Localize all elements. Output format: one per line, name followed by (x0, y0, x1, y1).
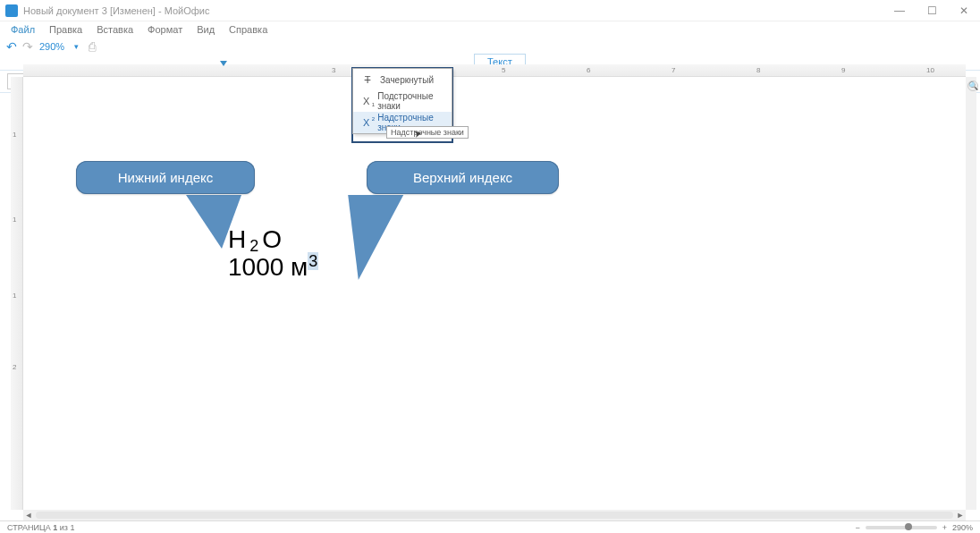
dropdown-subscript[interactable]: X1 Подстрочные знаки (353, 90, 452, 112)
undo-icon[interactable]: ↶ (4, 38, 20, 55)
menu-format[interactable]: Формат (140, 23, 190, 36)
status-page-sep: из (60, 523, 68, 532)
zoom-out-icon[interactable]: − (855, 523, 859, 532)
status-page-label: СТРАНИЦА (7, 523, 51, 532)
close-button[interactable]: ✕ (948, 0, 980, 21)
vertical-scrollbar[interactable] (966, 77, 976, 510)
status-bar: СТРАНИЦА 1 из 1 − + 290% (0, 520, 980, 533)
vertical-ruler[interactable]: 1 1 1 2 (11, 77, 23, 510)
scroll-right-icon[interactable]: ► (955, 511, 966, 520)
zoom-dropdown-icon[interactable]: ▾ (68, 38, 84, 55)
document-viewport[interactable] (23, 77, 966, 510)
scroll-track[interactable] (36, 512, 953, 519)
horizontal-scrollbar[interactable]: ◄ ► (23, 510, 966, 520)
status-page-total: 1 (70, 523, 74, 532)
zoom-slider[interactable] (866, 526, 937, 529)
status-page-num: 1 (53, 523, 57, 532)
scroll-left-icon[interactable]: ◄ (23, 511, 34, 520)
title-bar: Новый документ 3 [Изменен] - МойОфис — ☐… (0, 0, 980, 21)
minimize-button[interactable]: — (883, 0, 916, 21)
status-zoom-value[interactable]: 290% (952, 523, 973, 532)
strikethrough-icon: T (360, 74, 375, 85)
more-format-dropdown: T Зачеркнутый X1 Подстрочные знаки X2 На… (352, 68, 452, 134)
window-title: Новый документ 3 [Изменен] - МойОфис (23, 5, 883, 16)
app-logo-icon (5, 4, 18, 17)
menu-edit[interactable]: Правка (42, 23, 89, 36)
menu-insert[interactable]: Вставка (89, 23, 140, 36)
quick-zoom-value[interactable]: 290% (39, 41, 64, 52)
indent-marker-icon[interactable] (220, 61, 227, 66)
document-line-2[interactable]: 1000 м3 (228, 252, 318, 282)
tooltip: Надстрочные знаки (386, 126, 469, 139)
callout-lower-index: Нижний индекс (76, 161, 255, 194)
subscript-icon: X1 (360, 96, 372, 106)
page (23, 77, 966, 510)
redo-icon[interactable]: ↷ (20, 38, 36, 55)
horizontal-ruler[interactable]: 3 4 5 6 7 8 9 10 (23, 64, 966, 77)
dropdown-strikethrough[interactable]: T Зачеркнутый (353, 69, 452, 90)
nav-pane-toggle-icon[interactable]: 🔍 (967, 80, 978, 91)
quick-access: ↶ ↷ 290% ▾ ⎙ (0, 38, 980, 55)
maximize-button[interactable]: ☐ (916, 0, 948, 21)
menu-view[interactable]: Вид (190, 23, 222, 36)
menu-help[interactable]: Справка (222, 23, 275, 36)
print-icon[interactable]: ⎙ (84, 38, 100, 55)
zoom-in-icon[interactable]: + (942, 523, 947, 532)
menu-file[interactable]: Файл (4, 23, 42, 36)
menu-bar: Файл Правка Вставка Формат Вид Справка (0, 21, 980, 38)
callout-upper-index: Верхний индекс (367, 161, 559, 194)
superscript-icon: X2 (360, 117, 372, 128)
selected-superscript: 3 (308, 252, 318, 270)
